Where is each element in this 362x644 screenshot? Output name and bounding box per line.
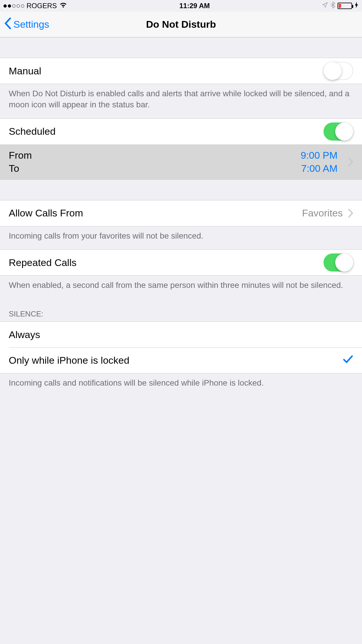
silence-locked-label: Only while iPhone is locked [9,355,129,366]
repeated-calls-label: Repeated Calls [9,257,76,268]
scheduled-label: Scheduled [9,126,56,137]
repeated-calls-row: Repeated Calls [0,250,362,275]
schedule-to-value: 7:00 AM [301,163,338,174]
schedule-to-label: To [9,163,301,174]
manual-footer: When Do Not Disturb is enabled calls and… [0,84,362,118]
allow-calls-label: Allow Calls From [9,207,83,219]
allow-calls-footer: Incoming calls from your favorites will … [0,226,362,250]
schedule-from-value: 9:00 PM [301,150,338,161]
clock: 11:29 AM [179,2,210,10]
bluetooth-icon [331,1,335,10]
repeated-calls-footer: When enabled, a second call from the sam… [0,276,362,299]
location-icon [322,2,328,10]
checkmark-icon [343,354,353,367]
battery-icon [338,3,352,9]
scheduled-toggle[interactable] [324,123,353,141]
carrier-label: ROGERS [27,2,57,10]
chevron-left-icon [4,18,12,32]
scheduled-row: Scheduled [0,119,362,144]
back-label: Settings [13,19,49,30]
silence-option-always[interactable]: Always [0,322,362,347]
back-button[interactable]: Settings [0,18,49,32]
charging-icon [354,2,359,10]
silence-footer: Incoming calls and notifications will be… [0,373,362,397]
chevron-right-icon [348,209,353,218]
schedule-time-row[interactable]: From To 9:00 PM 7:00 AM [0,144,362,179]
manual-toggle[interactable] [324,62,353,80]
silence-header: SILENCE: [0,299,362,321]
silence-always-label: Always [9,329,40,340]
allow-calls-row[interactable]: Allow Calls From Favorites [0,200,362,226]
manual-label: Manual [9,65,41,77]
chevron-right-icon [348,158,353,166]
page-title: Do Not Disturb [0,19,362,30]
repeated-calls-toggle[interactable] [324,253,353,272]
status-bar: ROGERS 11:29 AM [0,0,362,12]
silence-option-locked[interactable]: Only while iPhone is locked [0,347,362,373]
allow-calls-value: Favorites [302,207,343,219]
manual-row: Manual [0,58,362,84]
signal-strength-icon [3,4,24,8]
schedule-from-label: From [9,150,301,161]
wifi-icon [59,2,67,10]
navigation-bar: Settings Do Not Disturb [0,12,362,37]
